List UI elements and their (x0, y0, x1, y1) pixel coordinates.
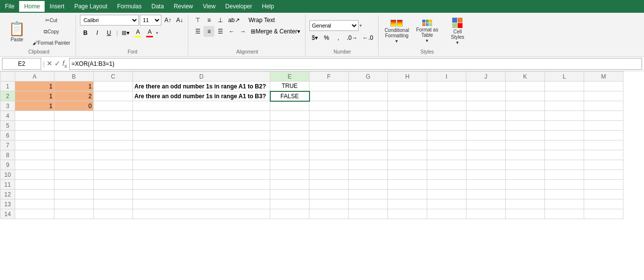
cell-a2[interactable]: 1 (15, 91, 54, 101)
cell-d12[interactable] (133, 190, 270, 199)
borders-button[interactable]: ⊞▾ (120, 28, 131, 38)
cell-m14[interactable] (584, 209, 623, 219)
col-header-m[interactable]: M (584, 72, 623, 82)
cell-h6[interactable] (388, 131, 427, 140)
cell-l1[interactable] (545, 82, 584, 91)
cell-e3[interactable] (270, 101, 309, 111)
cell-k7[interactable] (506, 140, 545, 150)
cell-i1[interactable] (427, 82, 466, 91)
cell-b1[interactable]: 1 (54, 82, 94, 91)
cell-i14[interactable] (427, 209, 466, 219)
align-bottom-button[interactable]: ⊥ (215, 15, 226, 26)
cell-d13[interactable] (133, 199, 270, 209)
cell-e11[interactable] (270, 180, 309, 190)
align-top-button[interactable]: ⊤ (192, 15, 203, 26)
cell-j8[interactable] (466, 150, 506, 160)
cell-d1[interactable]: Are there an odd number 1s in range A1 t… (133, 82, 270, 91)
underline-button[interactable]: U (103, 28, 114, 38)
cancel-formula-button[interactable]: ✕ (47, 59, 52, 69)
cell-b14[interactable] (54, 209, 94, 219)
comma-button[interactable]: , (333, 32, 344, 43)
cell-k4[interactable] (506, 111, 545, 121)
cell-b11[interactable] (54, 180, 94, 190)
cell-e10[interactable] (270, 170, 309, 180)
cell-c8[interactable] (94, 150, 133, 160)
cell-e14[interactable] (270, 209, 309, 219)
cell-i6[interactable] (427, 131, 466, 140)
cell-b12[interactable] (54, 190, 94, 199)
cell-i5[interactable] (427, 121, 466, 131)
cell-e9[interactable] (270, 160, 309, 170)
row-header-14[interactable]: 14 (0, 209, 15, 219)
cell-m8[interactable] (584, 150, 623, 160)
cell-k11[interactable] (506, 180, 545, 190)
cell-j11[interactable] (466, 180, 506, 190)
cell-k3[interactable] (506, 101, 545, 111)
cell-a1[interactable]: 1 (15, 82, 54, 91)
cut-button[interactable]: ✂ Cut (30, 15, 73, 26)
cell-h7[interactable] (388, 140, 427, 150)
col-header-d[interactable]: D (133, 72, 270, 82)
cell-l10[interactable] (545, 170, 584, 180)
cell-l8[interactable] (545, 150, 584, 160)
cell-c6[interactable] (94, 131, 133, 140)
cell-a4[interactable] (15, 111, 54, 121)
cell-b3[interactable]: 0 (54, 101, 94, 111)
cell-c1[interactable] (94, 82, 133, 91)
col-header-g[interactable]: G (349, 72, 388, 82)
cell-h10[interactable] (388, 170, 427, 180)
cell-f4[interactable] (309, 111, 349, 121)
menu-data[interactable]: Data (147, 1, 169, 12)
cell-a10[interactable] (15, 170, 54, 180)
cell-g10[interactable] (349, 170, 388, 180)
cell-a11[interactable] (15, 180, 54, 190)
cell-l14[interactable] (545, 209, 584, 219)
cell-f6[interactable] (309, 131, 349, 140)
cell-k14[interactable] (506, 209, 545, 219)
formula-input[interactable] (69, 58, 642, 70)
cell-k13[interactable] (506, 199, 545, 209)
cell-h11[interactable] (388, 180, 427, 190)
decrease-font-button[interactable]: A↓ (174, 15, 185, 26)
col-header-i[interactable]: I (427, 72, 466, 82)
row-header-5[interactable]: 5 (0, 121, 15, 131)
cell-k5[interactable] (506, 121, 545, 131)
cell-h2[interactable] (388, 91, 427, 101)
cell-j4[interactable] (466, 111, 506, 121)
row-header-4[interactable]: 4 (0, 111, 15, 121)
indent-decrease-button[interactable]: ← (226, 26, 237, 37)
cell-a7[interactable] (15, 140, 54, 150)
cell-f14[interactable] (309, 209, 349, 219)
cell-f2[interactable] (309, 91, 349, 101)
cell-d14[interactable] (133, 209, 270, 219)
col-header-h[interactable]: H (388, 72, 427, 82)
cell-c4[interactable] (94, 111, 133, 121)
cell-e7[interactable] (270, 140, 309, 150)
cell-i7[interactable] (427, 140, 466, 150)
row-header-7[interactable]: 7 (0, 140, 15, 150)
cell-f5[interactable] (309, 121, 349, 131)
cell-l4[interactable] (545, 111, 584, 121)
cell-g11[interactable] (349, 180, 388, 190)
cell-d2[interactable]: Are there an odd number 1s in range A1 t… (133, 91, 270, 101)
menu-page-layout[interactable]: Page Layout (69, 1, 112, 12)
increase-decimal-button[interactable]: .0→ (345, 32, 360, 43)
cell-g13[interactable] (349, 199, 388, 209)
cell-c12[interactable] (94, 190, 133, 199)
cell-c11[interactable] (94, 180, 133, 190)
col-header-f[interactable]: F (309, 72, 349, 82)
cell-j10[interactable] (466, 170, 506, 180)
align-middle-button[interactable]: ≡ (204, 15, 214, 26)
cell-g6[interactable] (349, 131, 388, 140)
col-header-c[interactable]: C (94, 72, 133, 82)
cell-e12[interactable] (270, 190, 309, 199)
cell-g9[interactable] (349, 160, 388, 170)
cell-i4[interactable] (427, 111, 466, 121)
cell-reference-box[interactable]: E2 (2, 58, 41, 70)
cell-f13[interactable] (309, 199, 349, 209)
cell-b6[interactable] (54, 131, 94, 140)
cell-m4[interactable] (584, 111, 623, 121)
cell-h5[interactable] (388, 121, 427, 131)
row-header-9[interactable]: 9 (0, 160, 15, 170)
cell-g8[interactable] (349, 150, 388, 160)
